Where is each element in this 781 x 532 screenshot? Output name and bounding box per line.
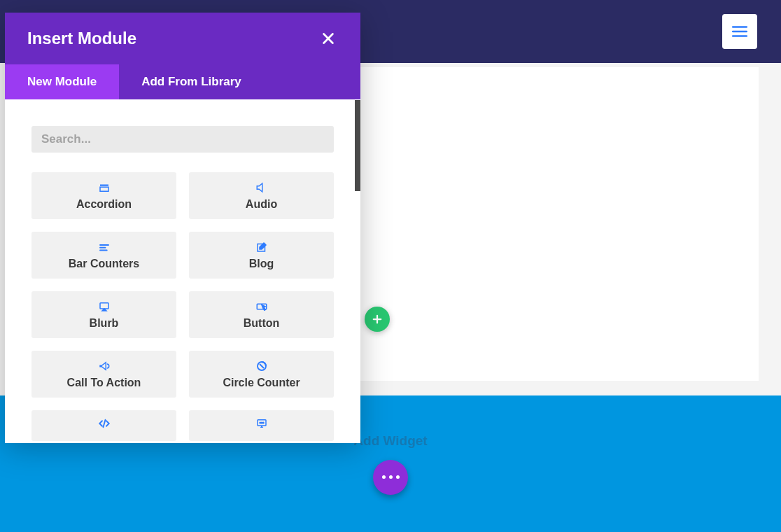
plus-icon [371,313,384,326]
svg-line-19 [103,420,105,428]
add-row-button[interactable] [365,307,390,332]
svg-rect-9 [100,184,108,186]
code-icon [97,417,111,430]
tab-new-module[interactable]: New Module [5,64,119,99]
blog-icon [255,241,269,253]
search-input[interactable] [31,126,334,153]
module-call-to-action[interactable]: Call To Action [31,351,176,398]
module-label: Audio [246,198,277,211]
hamburger-icon [731,22,749,41]
modal-scrollbar[interactable] [355,100,360,191]
module-button[interactable]: Button [189,291,334,338]
svg-rect-15 [100,302,108,308]
svg-point-21 [260,422,261,424]
hamburger-menu-button[interactable] [722,14,757,49]
circle-counter-icon [255,360,269,372]
module-label: Bar Counters [69,258,139,270]
svg-line-18 [260,364,264,368]
module-label: Call To Action [67,377,141,389]
audio-icon [255,181,269,194]
bar-counters-icon [97,241,111,253]
tab-add-from-library[interactable]: Add From Library [119,64,264,99]
svg-rect-10 [100,187,108,191]
module-code[interactable]: Code [31,410,176,441]
module-circle-counter[interactable]: Circle Counter [189,351,334,398]
svg-point-23 [262,422,264,424]
module-comments[interactable]: Comments [189,410,334,441]
dots-icon [382,475,400,479]
modal-header: Insert Module [5,13,360,64]
module-label: Accordion [76,198,132,211]
insert-module-modal: Insert Module New Module Add From Librar… [5,13,360,443]
close-icon [321,31,336,46]
accordion-icon [97,181,111,194]
module-blurb[interactable]: Blurb [31,291,176,338]
cta-icon [97,360,111,372]
module-bar-counters[interactable]: Bar Counters [31,232,176,279]
module-label: Blog [249,258,274,270]
button-icon [255,300,269,313]
comments-icon [255,417,269,430]
module-accordion[interactable]: Accordion [31,172,176,219]
modal-tabs: New Module Add From Library [5,64,360,99]
module-blog[interactable]: Blog [189,232,334,279]
module-label: Blurb [90,317,119,330]
module-label: Circle Counter [223,377,300,389]
modal-body: Accordion Audio Bar Counters Blog Blurb [5,99,360,441]
module-audio[interactable]: Audio [189,172,334,219]
svg-point-22 [261,422,262,424]
close-button[interactable] [318,29,338,48]
modal-title: Insert Module [27,29,136,48]
add-widget-label: Add Widget [353,433,427,449]
module-grid: Accordion Audio Bar Counters Blog Blurb [31,172,334,441]
more-actions-button[interactable] [373,460,408,495]
module-label: Button [244,317,280,330]
blurb-icon [97,300,111,313]
